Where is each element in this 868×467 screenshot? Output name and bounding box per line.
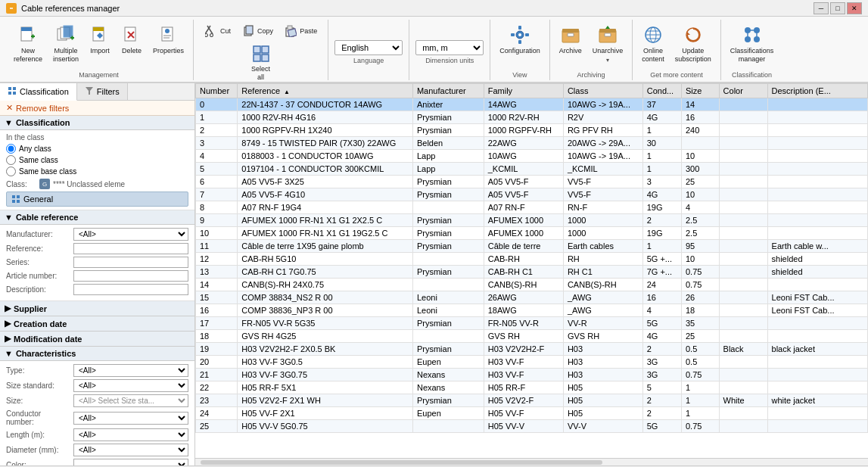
- close-window-button[interactable]: ✕: [847, 2, 862, 14]
- table-cell: 2.5: [681, 214, 719, 227]
- table-cell: 6: [196, 176, 238, 188]
- table-cell: 19: [196, 343, 238, 356]
- table-row[interactable]: 11Câble de terre 1X95 gaine plombPrysmia…: [196, 240, 868, 253]
- type-select[interactable]: <All>: [73, 364, 188, 377]
- table-row[interactable]: 14CANB(S)-RH 24X0.75CANB(S)-RHCANB(S)-RH…: [196, 279, 868, 291]
- select-all-button[interactable]: Select all: [246, 41, 276, 84]
- conductor-number-select[interactable]: <All>: [73, 412, 188, 425]
- table-row[interactable]: 16COMP 38836_NP3 R 00Leoni18AWG_AWG418Le…: [196, 304, 868, 317]
- conductor-number-row: Conductor number: <All>: [6, 409, 188, 426]
- online-content-button[interactable]: Online content: [637, 21, 669, 67]
- supplier-section-header[interactable]: ▶ Supplier: [0, 301, 194, 316]
- col-color[interactable]: Color: [719, 84, 767, 98]
- characteristics-section-header[interactable]: ▼ Characteristics: [0, 347, 194, 361]
- maximize-button[interactable]: □: [830, 2, 845, 14]
- classification-icon: [8, 86, 17, 97]
- table-row[interactable]: 21H03 VV-F 3G0.75NexansH03 VV-FH033G0.75: [196, 369, 868, 381]
- table-row[interactable]: 24H05 VV-F 2X1EupenH05 VV-FH0521: [196, 407, 868, 420]
- col-reference[interactable]: Reference ▲: [238, 84, 413, 98]
- archive-button[interactable]: Archive: [555, 21, 586, 58]
- table-row[interactable]: 25H05 VV-V 5G0.75H05 VV-VVV-V5G0.75: [196, 420, 868, 433]
- article-number-input[interactable]: [73, 270, 188, 282]
- collapse-modification-date-icon: ▶: [5, 334, 11, 344]
- creation-date-section-header[interactable]: ▶ Creation date: [0, 316, 194, 332]
- table-row[interactable]: 38749 - 15 TWISTED PAIR (7X30) 22AWGBeld…: [196, 137, 868, 150]
- scrollbar-thumb[interactable]: [201, 460, 602, 465]
- table-row[interactable]: 17FR-N05 VV-R 5G35PrysmianFR-N05 VV-RVV-…: [196, 317, 868, 330]
- col-number[interactable]: Number: [196, 84, 238, 98]
- delete-button[interactable]: Delete: [117, 21, 147, 58]
- table-row[interactable]: 22H05 RR-F 5X1NexansH05 RR-FH0551: [196, 381, 868, 394]
- update-subscription-button[interactable]: Update subscription: [670, 21, 716, 67]
- col-family[interactable]: Family: [484, 84, 563, 98]
- general-item[interactable]: General: [6, 191, 188, 207]
- content-buttons: Online content Update subscription: [637, 21, 716, 70]
- col-class[interactable]: Class: [563, 84, 642, 98]
- unarchive-button[interactable]: Unarchive ▾: [588, 21, 628, 67]
- cable-reference-section-header[interactable]: ▼ Cable reference: [0, 210, 194, 225]
- ribbon-group-dimension: mm, m Dimension units: [409, 20, 490, 80]
- table-row[interactable]: 8A07 RN-F 19G4A07 RN-FRN-F19G4: [196, 201, 868, 214]
- table-row[interactable]: 10AFUMEX 1000 FR-N1 X1 G1 19G2.5 CPrysmi…: [196, 227, 868, 240]
- radio-same-class[interactable]: Same class: [6, 155, 188, 165]
- paste-button[interactable]: Paste: [279, 21, 322, 41]
- multiple-insertion-button[interactable]: Multiple insertion: [48, 21, 83, 67]
- col-manufacturer[interactable]: Manufacturer: [412, 84, 484, 98]
- reference-input[interactable]: [73, 243, 188, 254]
- table-cell: 0.75: [681, 266, 719, 279]
- table-row[interactable]: 20H03 VV-F 3G0.5EupenH03 VV-FH033G0.5: [196, 356, 868, 369]
- table-row[interactable]: 40188003 - 1 CONDUCTOR 10AWGLapp10AWG10A…: [196, 150, 868, 163]
- modification-date-section-header[interactable]: ▶ Modification date: [0, 332, 194, 347]
- table-row[interactable]: 15COMP 38834_NS2 R 00Leoni26AWG_AWG1626L…: [196, 291, 868, 304]
- series-label: Series:: [6, 258, 70, 266]
- col-size[interactable]: Size: [681, 84, 719, 98]
- table-row[interactable]: 7A05 VV5-F 4G10PrysmianA05 VV5-FVV5-F4G1…: [196, 188, 868, 201]
- col-description[interactable]: Description (E...: [767, 84, 867, 98]
- table-cell: 1: [681, 381, 719, 394]
- horizontal-scrollbar[interactable]: [195, 458, 868, 465]
- table-cell: [767, 227, 867, 240]
- unarchive-icon: [597, 24, 618, 45]
- manufacturer-select[interactable]: <All>: [73, 228, 188, 241]
- table-row[interactable]: 21000 RGPFV-RH 1X240Prysmian1000 RGPFV-R…: [196, 124, 868, 137]
- remove-filters-button[interactable]: ✕ Remove filters: [0, 101, 194, 116]
- table-row[interactable]: 9AFUMEX 1000 FR-N1 X1 G1 2X2.5 CPrysmian…: [196, 214, 868, 227]
- classifications-manager-button[interactable]: Classifications manager: [726, 21, 779, 67]
- color-select[interactable]: [73, 459, 188, 465]
- cable-reference-section-label: Cable reference: [16, 213, 79, 222]
- table-row[interactable]: 6A05 VV5-F 3X25PrysmianA05 VV5-FVV5-F325: [196, 176, 868, 188]
- size-select[interactable]: <All> Select Size sta...: [73, 394, 188, 407]
- description-input[interactable]: [73, 284, 188, 295]
- table-row[interactable]: 18GVS RH 4G25GVS RHGVS RH4G25: [196, 330, 868, 343]
- title-bar-controls[interactable]: ─ □ ✕: [814, 2, 862, 14]
- tab-filters[interactable]: Filters: [77, 83, 128, 100]
- series-input[interactable]: [73, 257, 188, 268]
- col-conductor[interactable]: Cond...: [642, 84, 681, 98]
- radio-same-base-class[interactable]: Same base class: [6, 167, 188, 176]
- configuration-button[interactable]: Configuration: [495, 21, 545, 58]
- copy-button[interactable]: Copy: [237, 21, 278, 41]
- table-row[interactable]: 13CAB-RH C1 7G0.75PrysmianCAB-RH C1RH C1…: [196, 266, 868, 279]
- classification-section-header[interactable]: ▼ Classification: [0, 116, 194, 130]
- table-row[interactable]: 19H03 V2V2H2-F 2X0.5 BKPrysmianH03 V2V2H…: [196, 343, 868, 356]
- length-select[interactable]: <All>: [73, 428, 188, 441]
- language-select[interactable]: English: [334, 40, 403, 55]
- import-button[interactable]: Import: [85, 21, 115, 58]
- cut-button[interactable]: Cut: [200, 21, 235, 41]
- table-row[interactable]: 12CAB-RH 5G10CAB-RHRH5G +...10shielded: [196, 253, 868, 266]
- dimension-units-select[interactable]: mm, m: [415, 40, 484, 55]
- diameter-select[interactable]: <All>: [73, 444, 188, 456]
- table-row[interactable]: 022N-1437 - 37 CONDUCTOR 14AWGAnixter14A…: [196, 98, 868, 111]
- table-cell: A07 RN-F 19G4: [238, 201, 413, 214]
- table-cell: 25: [196, 420, 238, 433]
- tab-classification[interactable]: Classification: [0, 83, 77, 101]
- table-row[interactable]: 11000 R2V-RH 4G16Prysmian1000 R2V-RHR2V4…: [196, 111, 868, 124]
- properties-button[interactable]: Properties: [148, 21, 188, 58]
- new-reference-button[interactable]: New reference: [9, 21, 47, 67]
- table-cell: Prysmian: [412, 266, 484, 279]
- table-row[interactable]: 23H05 V2V2-F 2X1 WHPrysmianH05 V2V2-FH05…: [196, 394, 868, 407]
- table-row[interactable]: 50197104 - 1 CONDUCTOR 300KCMILLapp_KCMI…: [196, 163, 868, 176]
- radio-any-class[interactable]: Any class: [6, 144, 188, 154]
- size-standard-select[interactable]: <All>: [73, 379, 188, 392]
- minimize-button[interactable]: ─: [814, 2, 829, 14]
